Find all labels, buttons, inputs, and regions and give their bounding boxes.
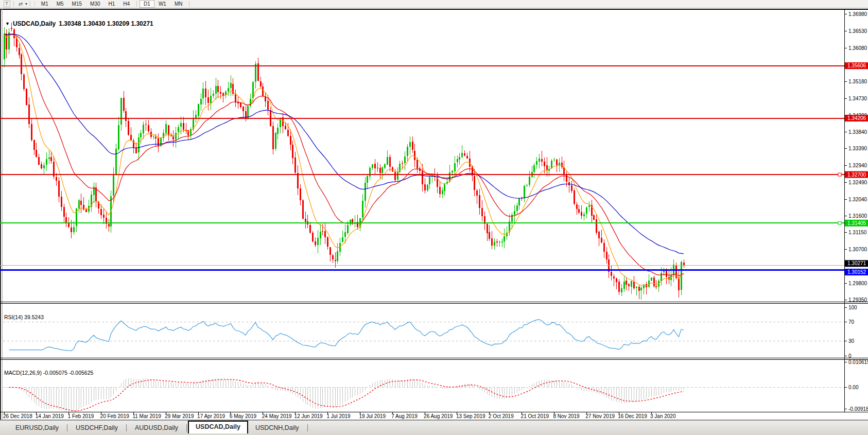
timeframe-button-m15[interactable]: M15 [68, 0, 86, 8]
chart-window: 1.369801.365301.360801.351801.347301.342… [0, 9, 868, 420]
svg-text:1.32040: 1.32040 [848, 197, 867, 202]
svg-text:11 Mar 2019: 11 Mar 2019 [132, 413, 161, 419]
svg-text:1.34730: 1.34730 [848, 96, 867, 101]
macd-signal-line [9, 379, 684, 411]
svg-text:16 Dec 2019: 16 Dec 2019 [618, 413, 647, 419]
tab-eurusd-daily[interactable]: EURUSD,Daily [8, 422, 66, 433]
timeframe-button-m1[interactable]: M1 [37, 0, 53, 8]
svg-text:26 Aug 2019: 26 Aug 2019 [424, 413, 453, 419]
hline-anchor[interactable] [838, 221, 841, 224]
svg-text:1 Feb 2019: 1 Feb 2019 [68, 413, 94, 419]
svg-text:14 Jan 2019: 14 Jan 2019 [36, 413, 64, 419]
svg-text:1.35180: 1.35180 [848, 79, 867, 84]
timeframe-button-h4[interactable]: H4 [119, 0, 134, 8]
timeframe-button-h1[interactable]: H1 [105, 0, 119, 8]
rsi-label: RSI(14) 39.5243 [4, 314, 44, 320]
chart-symbol-title: USDCAD,Daily [13, 20, 56, 27]
toolbar-grip: ⁞ [34, 1, 35, 7]
toolbar-separator [13, 1, 14, 7]
macd-pane [3, 378, 844, 413]
tab-separator [67, 424, 67, 431]
svg-text:21 Oct 2019: 21 Oct 2019 [521, 413, 549, 419]
svg-text:1.30700: 1.30700 [848, 247, 867, 252]
cursor-tool-icon[interactable]: ⇄ [16, 1, 25, 7]
svg-text:7 Aug 2019: 7 Aug 2019 [391, 413, 418, 419]
timeframe-button-mn[interactable]: MN [170, 0, 187, 8]
svg-text:70: 70 [848, 319, 855, 325]
hline-anchor[interactable] [838, 173, 841, 176]
tab-separator [186, 424, 187, 431]
svg-text:1.32700: 1.32700 [847, 172, 866, 178]
text-tool-button[interactable]: T [3, 1, 11, 7]
window-frame [0, 9, 868, 420]
svg-text:1.31150: 1.31150 [848, 230, 867, 235]
svg-text:2 Oct 2019: 2 Oct 2019 [489, 413, 514, 419]
svg-text:1.33390: 1.33390 [848, 146, 867, 151]
svg-text:1.32490: 1.32490 [848, 180, 867, 185]
timeframe-button-d1[interactable]: D1 [140, 0, 154, 8]
svg-text:0.010615: 0.010615 [848, 359, 868, 365]
svg-text:27 Nov 2019: 27 Nov 2019 [585, 413, 615, 419]
svg-text:17 Apr 2019: 17 Apr 2019 [197, 413, 225, 419]
macd-label: MACD(12,26,9) -0.005075 -0.005625 [4, 370, 93, 376]
svg-text:1.33840: 1.33840 [848, 129, 867, 135]
svg-text:29 Mar 2019: 29 Mar 2019 [165, 413, 194, 419]
svg-text:12 Jun 2019: 12 Jun 2019 [294, 413, 323, 419]
toolbar-separator [189, 1, 189, 7]
tab-separator [126, 424, 127, 431]
macd-axis: 0.0106150.00-0.009181 [844, 359, 868, 412]
tab-usdcnh-daily[interactable]: USDCNH,Daily [248, 422, 306, 433]
svg-text:3 Jan 2020: 3 Jan 2020 [650, 413, 676, 419]
chart-tabs-bar: EURUSD,DailyUSDCHF,DailyAUDUSD,DailyUSDC… [0, 420, 868, 435]
moving-average-21 [4, 34, 684, 276]
svg-text:20 Feb 2019: 20 Feb 2019 [100, 413, 130, 419]
svg-text:1.30152: 1.30152 [847, 269, 866, 275]
svg-text:1.29350: 1.29350 [848, 297, 867, 303]
svg-text:1.31405: 1.31405 [847, 220, 866, 226]
chart-title: ▼ USDCAD,Daily 1.30348 1.30430 1.30209 1… [5, 20, 153, 27]
svg-text:19 Jul 2019: 19 Jul 2019 [359, 413, 386, 419]
svg-text:1.34206: 1.34206 [847, 115, 866, 121]
svg-text:6 May 2019: 6 May 2019 [230, 413, 257, 419]
svg-text:100: 100 [848, 305, 857, 310]
chart-ohlc-values: 1.30348 1.30430 1.30209 1.30271 [59, 20, 153, 27]
price-axis: 1.369801.365301.360801.351801.347301.342… [844, 11, 868, 303]
svg-text:1.36080: 1.36080 [848, 45, 867, 51]
svg-text:1.31600: 1.31600 [848, 213, 867, 219]
svg-text:1.32940: 1.32940 [848, 163, 867, 168]
candlesticks [4, 23, 685, 300]
timeframe-button-m30[interactable]: M30 [86, 0, 104, 8]
svg-text:13 Sep 2019: 13 Sep 2019 [456, 413, 485, 419]
top-toolbar: T⇄▾⁞M1M5M15M30H1H4D1W1MN [0, 0, 868, 8]
rsi-line [9, 320, 684, 351]
timeframe-button-m5[interactable]: M5 [53, 0, 68, 8]
tab-audusd-daily[interactable]: AUDUSD,Daily [128, 422, 185, 433]
tab-usdchf-daily[interactable]: USDCHF,Daily [68, 422, 125, 433]
chart-menu-arrow-icon[interactable]: ▼ [5, 21, 10, 26]
toolbar-separator [30, 1, 30, 7]
svg-text:0: 0 [848, 353, 852, 359]
svg-text:1.30271: 1.30271 [847, 260, 866, 266]
text-tool-icon: T [4, 1, 10, 7]
toolbar-separator [136, 1, 137, 7]
svg-text:1.36980: 1.36980 [848, 11, 867, 17]
timeframe-button-w1[interactable]: W1 [154, 0, 170, 8]
dropdown-caret-icon[interactable]: ▾ [25, 2, 27, 6]
date-axis: 26 Dec 201814 Jan 20191 Feb 201920 Feb 2… [3, 412, 676, 419]
svg-text:-0.009181: -0.009181 [848, 406, 868, 412]
svg-text:1.35606: 1.35606 [847, 63, 866, 68]
svg-text:1.36530: 1.36530 [848, 28, 867, 34]
rsi-pane: 10070300 [3, 305, 857, 359]
svg-text:30: 30 [848, 338, 855, 344]
svg-text:1.29800: 1.29800 [848, 281, 867, 286]
tab-separator [307, 424, 308, 431]
tab-usdcad-daily[interactable]: USDCAD,Daily [188, 421, 248, 433]
chart-canvas[interactable]: 1.369801.365301.360801.351801.347301.342… [0, 9, 868, 420]
svg-text:0.00: 0.00 [848, 385, 859, 390]
svg-text:8 Nov 2019: 8 Nov 2019 [553, 413, 580, 419]
moving-average-8 [4, 34, 684, 286]
svg-text:26 Dec 2018: 26 Dec 2018 [3, 413, 32, 419]
svg-text:24 May 2019: 24 May 2019 [262, 413, 292, 419]
svg-text:1 Jul 2019: 1 Jul 2019 [327, 413, 351, 419]
